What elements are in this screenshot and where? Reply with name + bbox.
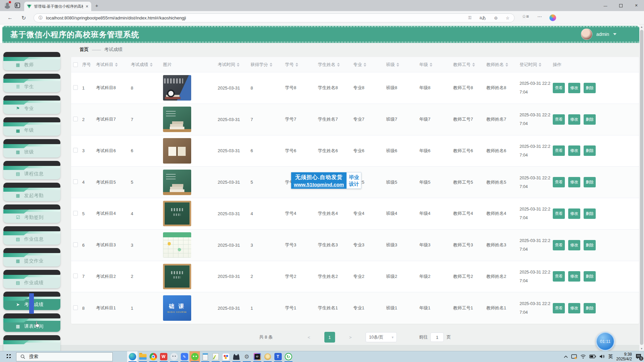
password-key-icon[interactable]: ⚿ [468, 15, 472, 20]
green-board-books-photo[interactable] [163, 170, 191, 195]
sort-carets-icon[interactable] [539, 63, 541, 67]
delete-button[interactable]: 删除 [584, 83, 596, 93]
page-size-select[interactable]: 10条/页▾ [366, 332, 397, 342]
gold-app-icon[interactable] [262, 351, 273, 362]
sort-carets-icon[interactable] [472, 63, 475, 67]
sort-carets-icon[interactable] [364, 63, 366, 67]
screencast-icon[interactable] [571, 354, 577, 359]
sidebar-item-course-info[interactable]: ▤ 课程信息 [3, 161, 60, 179]
view-button[interactable]: 查看 [553, 114, 565, 125]
sidebar-item-homework-submit[interactable]: ▦ 提交作业 [3, 248, 60, 266]
sort-carets-icon[interactable] [270, 63, 272, 67]
sidebar-item-student[interactable]: ☰ 学生 [3, 74, 60, 92]
breadcrumb-home[interactable]: 首页 [79, 47, 89, 53]
view-button[interactable]: 查看 [553, 145, 565, 156]
scroll-up-icon[interactable]: ▲ [639, 24, 644, 29]
doc-edit-icon[interactable] [210, 351, 221, 362]
edit-button[interactable]: 修改 [568, 208, 580, 219]
edit-button[interactable]: 修改 [568, 271, 580, 282]
more-menu-icon[interactable]: ⋯ [537, 14, 542, 19]
page-button-1[interactable]: 1 [324, 332, 335, 343]
refresh-icon[interactable]: ↻ [21, 15, 26, 21]
wechat-icon[interactable] [190, 351, 200, 362]
edge-icon[interactable] [127, 351, 138, 362]
start-button[interactable] [0, 351, 16, 362]
back-icon[interactable]: ← [7, 15, 13, 21]
sort-carets-icon[interactable] [505, 63, 508, 67]
row-checkbox[interactable] [73, 179, 78, 184]
delete-button[interactable]: 删除 [584, 271, 596, 282]
col-class[interactable]: 班级 [386, 62, 419, 68]
sidebar-item-major[interactable]: ⚑ 专业 [3, 96, 60, 114]
scrollbar-thumb[interactable] [640, 30, 643, 345]
col-exam-time[interactable]: 考试时间 [218, 62, 251, 68]
delete-button[interactable]: 删除 [584, 177, 596, 187]
copilot-icon[interactable] [549, 14, 556, 21]
prev-page-icon[interactable]: < [308, 335, 310, 340]
site-info-icon[interactable]: ⓘ [39, 15, 43, 21]
sort-carets-icon[interactable] [237, 63, 239, 67]
speaker-icon[interactable] [599, 354, 605, 359]
minimize-button[interactable]: — [598, 0, 613, 11]
edit-button[interactable]: 修改 [568, 177, 580, 187]
view-button[interactable]: 查看 [553, 240, 565, 250]
sort-carets-icon[interactable] [150, 63, 153, 67]
col-subject[interactable]: 考试科目 [96, 62, 131, 68]
row-checkbox[interactable] [73, 274, 78, 278]
ime-indicator[interactable]: 英 [608, 354, 613, 360]
taskbar-search[interactable]: 搜索 [16, 352, 113, 361]
tray-clock[interactable]: 9:38 2025/4/2 [616, 352, 632, 361]
edit-button[interactable]: 修改 [568, 145, 580, 156]
wps-icon[interactable]: W [158, 351, 169, 362]
sidebar-item-attendance-launch[interactable]: ▦ 发起考勤 [3, 183, 60, 201]
address-bar[interactable]: ⓘ localhost:8080/springbootpe855rmi/admi… [34, 13, 515, 22]
col-teacher-name[interactable]: 教师姓名 [486, 62, 520, 68]
col-major[interactable]: 专业 [353, 62, 386, 68]
green-board-books-photo[interactable] [163, 107, 191, 132]
favorites-bar-icon[interactable]: ☆≡ [522, 14, 529, 19]
user-menu[interactable]: admin [581, 28, 616, 40]
row-checkbox[interactable] [73, 242, 78, 247]
idea-icon[interactable]: IJ [252, 351, 262, 362]
sidebar-item-timetable[interactable]: ▦ 课表时间 [3, 313, 60, 332]
framed-chalkboard-photo[interactable] [163, 201, 191, 226]
workspaces-icon[interactable] [15, 3, 20, 8]
new-tab-button[interactable]: + [95, 3, 98, 8]
sort-carets-icon[interactable] [337, 63, 340, 67]
translate-icon[interactable]: aあ [480, 15, 486, 21]
cat-app-icon[interactable] [231, 351, 241, 362]
col-reg-time[interactable]: 登记时间 [520, 62, 553, 68]
blue-t-icon[interactable]: T [273, 351, 283, 362]
open-book-photo[interactable] [163, 138, 191, 164]
settings-gear-icon[interactable]: ⚙ [241, 351, 252, 362]
select-all-checkbox[interactable] [73, 62, 78, 67]
view-button[interactable]: 查看 [553, 271, 565, 282]
delete-button[interactable]: 删除 [584, 303, 596, 313]
col-student-no[interactable]: 学号 [285, 62, 318, 68]
course-schedule-photo[interactable] [163, 232, 191, 258]
sidebar-item-homework-info[interactable]: ▤ 作业信息 [3, 226, 60, 245]
framed-chalkboard-photo[interactable] [163, 264, 191, 289]
delete-button[interactable]: 删除 [584, 208, 596, 219]
sort-carets-icon[interactable] [430, 63, 432, 67]
notification-center-icon[interactable]: 1 [635, 354, 642, 360]
row-checkbox[interactable] [73, 305, 78, 310]
col-student-name[interactable]: 学生姓名 [318, 62, 353, 68]
scrollbar[interactable]: ▲ ▼ [639, 24, 644, 351]
close-button[interactable]: ✕ [629, 0, 644, 11]
wifi-icon[interactable] [580, 354, 586, 359]
sort-carets-icon[interactable] [115, 63, 118, 67]
maximize-button[interactable] [613, 0, 629, 11]
sync-app-icon[interactable]: ↻ [283, 351, 293, 362]
sidebar-item-teacher[interactable]: ▦ 教师 [3, 52, 60, 70]
col-teacher-no[interactable]: 教师工号 [453, 62, 486, 68]
blackboard-clock-photo[interactable] [163, 75, 191, 101]
row-checkbox[interactable] [73, 148, 78, 153]
col-credit[interactable]: 获得学分 [251, 62, 285, 68]
row-checkbox[interactable] [73, 85, 78, 90]
task-view-icon[interactable] [117, 351, 127, 362]
sort-carets-icon[interactable] [396, 63, 399, 67]
view-button[interactable]: 查看 [553, 208, 565, 219]
blue-course-cover-photo[interactable]: 础 课 BASIC COURSE [163, 295, 191, 321]
file-explorer-icon[interactable] [138, 351, 148, 362]
